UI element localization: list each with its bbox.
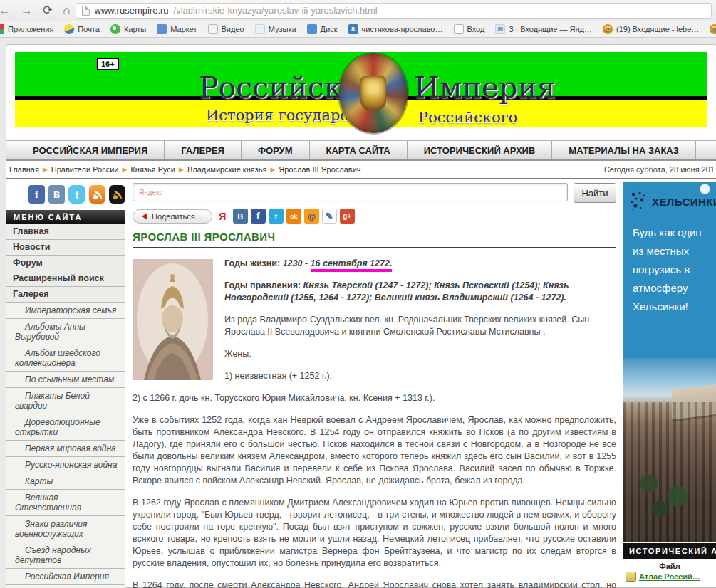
site-banner[interactable]: 16+ Российская Империя История государст… xyxy=(15,52,707,137)
bookmark-label: Почта xyxy=(78,25,100,33)
wife-2: 2) с 1266 г. дочь кн. Торусского Юрия Ми… xyxy=(133,392,616,404)
sidebar-item[interactable]: Русско-японская война xyxy=(6,457,125,473)
share-twitter-icon[interactable]: t xyxy=(269,209,284,224)
nav-item-galereya[interactable]: ГАЛЕРЕЯ xyxy=(164,141,241,159)
left-sidebar: f В t МЕНЮ САЙТА Главная Новости Форум Р… xyxy=(6,179,125,588)
share-googleplus-icon[interactable]: g+ xyxy=(340,209,355,224)
sidebar-item-galereya[interactable]: Галерея xyxy=(6,287,125,303)
breadcrumb-vladimirskie[interactable]: Владимирские князья xyxy=(187,165,266,174)
forward-icon[interactable]: → xyxy=(16,4,38,18)
sidebar-item[interactable]: Плакаты Белой гвардии xyxy=(6,388,125,414)
bookmark-video[interactable]: Видео xyxy=(208,24,244,34)
article-paragraph: Уже в событиях 1252 года, когда хан Невр… xyxy=(133,414,616,487)
sidebar-item[interactable]: Дореволюционные открытки xyxy=(6,414,125,441)
archive-file-link[interactable]: Атлас Россий… xyxy=(623,572,716,582)
video-icon xyxy=(208,24,218,34)
bookmark-maps[interactable]: Карты xyxy=(110,24,146,34)
ad-city-photo xyxy=(623,358,716,542)
search-button[interactable]: Найти xyxy=(574,183,616,203)
back-icon[interactable]: ← xyxy=(0,4,16,18)
maps-icon xyxy=(110,24,120,34)
helsinki-ad-banner[interactable]: ХЕЛЬСИНКИ Будь как один из местных погру… xyxy=(623,182,716,542)
nav-item-forum[interactable]: ФОРУМ xyxy=(241,141,309,159)
site-title-right: Империя xyxy=(414,70,556,105)
historical-archive-header: ИСТОРИЧЕСКИЙ АРХИВ xyxy=(623,543,716,559)
share-button-label: Поделиться… xyxy=(152,212,203,221)
breadcrumb-home[interactable]: Главная xyxy=(9,165,39,174)
nav-item-istoricheskiy-arhiv[interactable]: ИСТОРИЧЕСКИЙ АРХИВ xyxy=(407,141,552,159)
bookmark-apps[interactable]: Приложения xyxy=(0,24,53,34)
sidebar-item[interactable]: Зарубежная история xyxy=(6,585,125,588)
sidebar-item-glavnaya[interactable]: Главная xyxy=(6,224,125,240)
bookmark-chistyakova[interactable]: 8чистякова-ярославо… xyxy=(348,24,443,34)
music-icon xyxy=(255,24,265,34)
sidebar-item[interactable]: Российская Империя xyxy=(6,569,125,585)
ad-photo-trees xyxy=(628,458,699,522)
sidebar-item-poisk[interactable]: Расширенный поиск xyxy=(6,271,125,287)
yandex-icon: 8 xyxy=(348,24,358,34)
share-button[interactable]: Поделиться… xyxy=(133,209,212,224)
bookmark-music[interactable]: Музыка xyxy=(255,24,296,34)
breadcrumb-rulers[interactable]: Правители России xyxy=(51,165,119,174)
search-bar: Найти xyxy=(133,183,616,203)
nav-item-rossiyskaya-imperiya[interactable]: РОССИЙСКАЯ ИМПЕРИЯ xyxy=(16,141,164,159)
bookmark-inbox-lebe[interactable]: @(19) Входящие - lebe… xyxy=(603,24,699,34)
ad-text-line: Хельсинки! xyxy=(633,298,716,316)
share-odnoklassniki-icon[interactable]: ok xyxy=(286,209,301,224)
age-rating-badge: 16+ xyxy=(97,58,119,70)
rss-icon[interactable] xyxy=(89,185,105,204)
sidebar-item[interactable]: Императорская семья xyxy=(6,303,125,319)
bookmark-label: Диск xyxy=(321,25,338,33)
article-title: ЯРОСЛАВ III ЯРОСЛАВИЧ xyxy=(133,231,616,248)
reload-icon[interactable]: ⟳ xyxy=(38,3,58,18)
bookmark-mail[interactable]: Почта xyxy=(64,24,100,34)
share-mailru-icon[interactable]: @ xyxy=(304,209,319,224)
breadcrumb-knyazya-rusi[interactable]: Князья Руси xyxy=(130,165,175,174)
sidebar-menu-title: МЕНЮ САЙТА xyxy=(6,210,125,224)
sidebar-item-forum[interactable]: Форум xyxy=(6,256,125,271)
bookmark-inbox-yandex[interactable]: ✉3 · Входящие — Янд… xyxy=(495,24,592,34)
sidebar-item[interactable]: Великая Отечественная xyxy=(6,490,125,516)
breadcrumb-arrow-icon: ▶ xyxy=(43,166,48,173)
sidebar-item-novosti[interactable]: Новости xyxy=(6,240,125,256)
ad-close-icon[interactable] xyxy=(700,184,710,194)
sidebar-item[interactable]: Знаки различия военнослужащих xyxy=(6,516,125,542)
facebook-icon[interactable]: f xyxy=(28,185,45,204)
portrait-image xyxy=(133,259,213,380)
bookmark-vhod[interactable]: Вход xyxy=(454,24,485,34)
share-yandex-icon[interactable]: Я xyxy=(215,209,230,224)
sidebar-item[interactable]: По ссыльным местам xyxy=(6,372,125,388)
search-input[interactable] xyxy=(133,183,568,201)
home-icon[interactable]: ⌂ xyxy=(58,4,75,18)
breadcrumb: Главная ▶ Правители России ▶ Князья Руси… xyxy=(6,161,716,179)
bookmark-label: Музыка xyxy=(269,25,296,33)
twitter-icon[interactable]: t xyxy=(68,185,85,204)
browser-window: ← → ⟳ ⌂ www.rusempire.ru/vladimirskie-kn… xyxy=(0,0,716,588)
bookmark-label: Приложения xyxy=(8,25,53,33)
share-vkontakte-icon[interactable]: В xyxy=(233,209,248,224)
nav-item-karta-sayta[interactable]: КАРТА САЙТА xyxy=(309,141,407,159)
breadcrumb-arrow-icon: ▶ xyxy=(270,166,275,173)
bookmark-market[interactable]: Маркет xyxy=(157,24,197,34)
sidebar-item[interactable]: Карты xyxy=(6,473,125,490)
sidebar-item[interactable]: Альбом шведского коллекционера xyxy=(6,345,125,372)
address-bar[interactable]: www.rusempire.ru/vladimirskie-knyazya/ya… xyxy=(76,3,712,19)
sidebar-item[interactable]: Альбомы Анны Вырубовой xyxy=(6,319,125,345)
sidebar-item[interactable]: Первая мировая война xyxy=(6,441,125,457)
life-years-end-annotated: 16 сентября 1272. xyxy=(311,258,393,272)
bookmark-mailru[interactable]: @@MAIL.RU: почта, по… xyxy=(710,24,716,34)
sidebar-item[interactable]: Съезд народных депутатов xyxy=(6,542,125,569)
share-speaker-icon xyxy=(138,213,147,220)
file-label: Файл xyxy=(623,562,716,572)
bookmark-label: 3 · Входящие — Янд… xyxy=(509,25,592,33)
share-facebook-icon[interactable]: f xyxy=(251,209,266,224)
envelope-icon: ✉ xyxy=(495,24,505,34)
site-page: 16+ Российская Империя История государст… xyxy=(6,44,716,588)
bookmark-disk[interactable]: Диск xyxy=(307,24,338,34)
ad-title: ХЕЛЬСИНКИ xyxy=(652,196,716,208)
nav-item-materialy-na-zakaz[interactable]: МАТЕРИАЛЫ НА ЗАКАЗ xyxy=(551,141,696,159)
rss-alt-icon[interactable] xyxy=(109,185,125,204)
vkontakte-icon[interactable]: В xyxy=(48,185,65,204)
share-livejournal-icon[interactable]: ✎ xyxy=(322,209,337,224)
page-icon xyxy=(454,24,464,34)
